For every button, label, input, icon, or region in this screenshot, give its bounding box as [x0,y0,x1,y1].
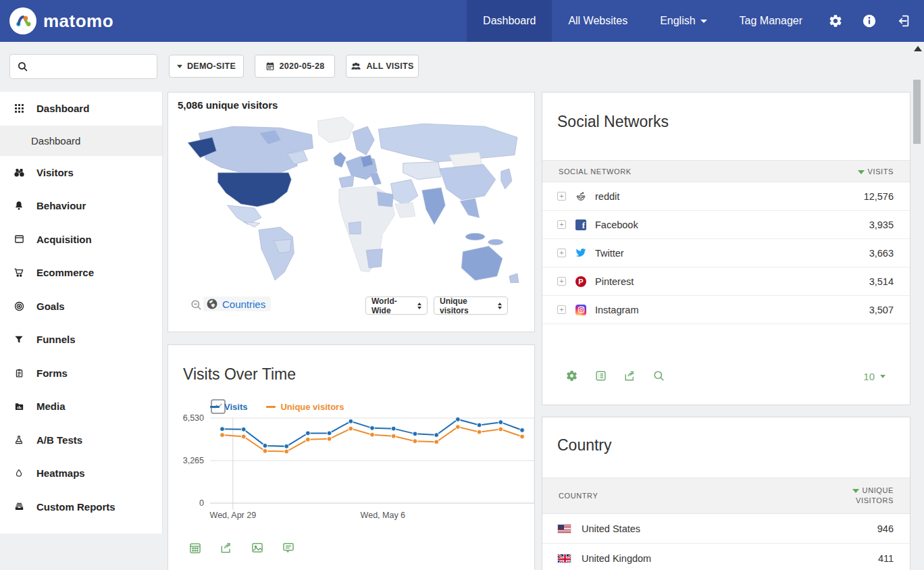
nav-all-websites[interactable]: All Websites [552,0,644,42]
expand-plus-icon[interactable]: + [557,249,566,257]
sidebar-subitem-dashboard[interactable]: Dashboard [0,126,162,156]
nav-language[interactable]: English [644,0,723,42]
signout-icon[interactable] [886,0,924,42]
sidebar-item-media[interactable]: Media [0,390,162,423]
top-navbar: matomo Dashboard All Websites English Ta… [0,0,924,42]
caret-down-icon [177,65,182,68]
export-image-icon[interactable] [251,541,264,554]
funnel-icon [12,334,26,345]
table-row-twitter[interactable]: + Twitter 3,663 [542,239,910,267]
sidebar-item-ecommerce[interactable]: Ecommerce [0,256,162,290]
sidebar: Dashboard Dashboard Visitors Behaviour A… [0,92,163,534]
site-selector-button[interactable]: DEMO-SITE [169,55,244,78]
segment-selector-button[interactable]: ALL VISITS [346,55,419,78]
country-table-body: United States 946 United Kingdom 411 [542,514,910,570]
scrollbar-thumb[interactable] [913,80,921,144]
country-widget: Country COUNTRY UNIQUE VISITORS United S… [542,417,910,570]
sort-desc-icon [852,489,859,493]
metric-select[interactable]: Unique visitors [434,296,508,315]
table-row-pinterest[interactable]: + P Pinterest 3,514 [542,267,910,296]
expand-plus-icon[interactable]: + [557,305,566,314]
clipboard-icon [12,367,26,379]
pinterest-favicon: P [575,276,586,287]
reddit-favicon [575,191,586,202]
settings-gear-icon[interactable] [819,0,852,42]
visits-line-chart[interactable]: 03,2656,530Wed, Apr 29Wed, May 6 [168,410,546,526]
country-title: Country [557,436,612,455]
col-social-network[interactable]: SOCIAL NETWORK [559,167,632,176]
svg-text:0: 0 [199,498,204,508]
cart-icon [12,267,26,278]
social-table-header: SOCIAL NETWORK VISITS [542,160,910,182]
scrollbar-up-arrow[interactable] [914,46,922,51]
caret-down-icon [700,20,707,23]
annotations-icon[interactable] [282,541,295,554]
table-row-reddit[interactable]: + reddit 12,576 [542,182,910,211]
svg-text:Wed, May 6: Wed, May 6 [361,511,406,520]
table-row-instagram[interactable]: + Instagram 3,507 [542,296,910,324]
countries-link[interactable]: Countries [203,296,271,311]
export-icon[interactable] [220,541,233,554]
search-box[interactable] [9,54,157,79]
search-icon[interactable] [652,369,665,382]
col-visits[interactable]: VISITS [858,167,894,176]
expand-plus-icon[interactable]: + [557,277,566,286]
report-box-icon [12,501,26,512]
table-row-facebook[interactable]: + f Facebook 3,935 [542,211,910,239]
sidebar-item-heatmaps[interactable]: Heatmaps [0,457,162,490]
sidebar-item-acquisition[interactable]: Acquisition [0,223,162,257]
world-map[interactable] [178,113,523,283]
table-row-united-states[interactable]: United States 946 [542,514,910,544]
region-select[interactable]: World-Wide [365,296,428,315]
target-icon [12,301,26,312]
calendar-icon[interactable] [188,541,202,554]
sidebar-item-dashboard[interactable]: Dashboard [0,92,162,126]
select-arrows-icon [417,303,421,309]
droplet-icon [12,467,26,479]
svg-text:6,530: 6,530 [183,413,204,423]
help-info-icon[interactable] [852,0,886,42]
map-title: 5,086 unique visitors [178,99,278,111]
caret-down-icon [880,375,886,378]
users-icon [351,61,361,71]
sidebar-item-behaviour[interactable]: Behaviour [0,189,162,223]
visitor-map-widget: 5,086 unique visitors [168,92,535,332]
nav-tag-manager[interactable]: Tag Manager [723,0,819,42]
row-limit-select[interactable]: 10 [863,371,886,382]
nav-dashboard[interactable]: Dashboard [467,0,552,42]
search-icon [17,61,28,72]
chart-footer-icons [188,541,295,554]
table-view-icon[interactable] [594,369,607,382]
expand-plus-icon[interactable]: + [557,220,566,229]
export-icon[interactable] [623,369,636,382]
bell-icon [12,200,26,211]
col-unique-visitors[interactable]: UNIQUE VISITORS [852,486,894,506]
browser-window-icon [12,234,26,244]
instagram-favicon [575,305,586,315]
svg-text:Wed, Apr 29: Wed, Apr 29 [210,511,257,520]
globe-icon [206,298,218,310]
zoom-out-icon[interactable] [190,299,203,311]
sidebar-item-funnels[interactable]: Funnels [0,323,162,357]
grid-icon [12,103,26,114]
gear-icon[interactable] [565,369,578,382]
expand-plus-icon[interactable]: + [557,192,566,201]
date-range-button[interactable]: 2020-05-28 [255,55,335,78]
media-folder-icon [12,401,26,412]
uk-flag-icon [557,554,571,563]
sidebar-item-custom-reports[interactable]: Custom Reports [0,490,162,524]
map-footer: Countries World-Wide Unique visitors [168,296,534,315]
visits-over-time-title: Visits Over Time [183,365,296,384]
col-country[interactable]: COUNTRY [559,492,598,500]
sidebar-item-visitors[interactable]: Visitors [0,156,162,190]
sidebar-item-ab-tests[interactable]: A/B Tests [0,423,162,457]
matomo-logo[interactable]: matomo [0,7,113,34]
search-input[interactable] [28,55,157,78]
sidebar-item-forms[interactable]: Forms [0,357,162,390]
legend-dash-icon [266,406,276,408]
sidebar-item-goals[interactable]: Goals [0,290,162,323]
twitter-favicon [575,248,586,259]
toolbar: DEMO-SITE 2020-05-28 ALL VISITS [0,42,924,92]
binoculars-icon [12,167,26,178]
table-row-united-kingdom[interactable]: United Kingdom 411 [542,544,910,570]
